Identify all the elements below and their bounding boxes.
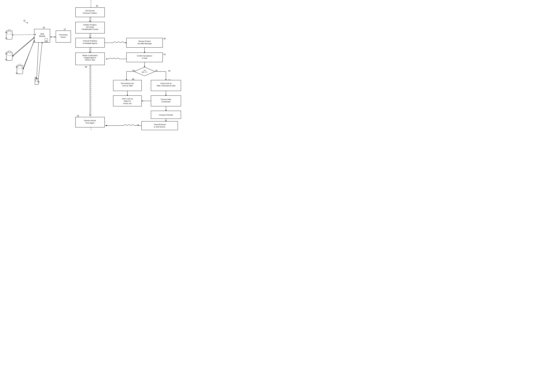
box-partition-text3: Parallelizable Chunks — [82, 28, 98, 30]
device-40 — [6, 31, 12, 39]
box-partition-text1: Partition Problem — [83, 24, 97, 26]
grid-service-num: 22 — [45, 40, 47, 42]
box-recv-result-text1: Receive Result — [84, 120, 96, 121]
box-store-text1: Store Look-up — [122, 98, 133, 100]
box-grid-receives-text2: Receives Problem — [83, 12, 97, 14]
label-30: 30 — [5, 37, 7, 39]
box-decomp-text1: Decompress into — [121, 82, 134, 84]
device-44-top — [19, 64, 21, 66]
arrow-gs-42 — [13, 38, 34, 56]
label-64: 64 — [168, 70, 170, 72]
arrow-gs-40 — [13, 35, 34, 35]
device-42 — [6, 52, 12, 61]
gs-pd-arrowhead-l — [50, 36, 51, 38]
arrow-54-60-zz — [113, 42, 126, 43]
ah-gs-40-l — [12, 34, 13, 35]
box-transmit-result-text2: to Grid Service — [154, 126, 165, 128]
box-obtain-text2: of Agent Able to — [84, 57, 96, 59]
arrow-46-gs — [38, 42, 42, 79]
grid-service-label2: Service — [39, 35, 45, 37]
label-10: 10 — [23, 20, 26, 22]
arrow-44-gs — [23, 41, 34, 69]
label-36: 36 — [38, 81, 40, 83]
label-74b: 74 — [137, 124, 139, 126]
label-42: 42 — [5, 53, 7, 55]
ah-50-52 — [89, 21, 91, 22]
device-40-top — [8, 29, 10, 31]
box-process-text1: Process Data — [161, 98, 171, 100]
diamond-text1: 1st — [143, 70, 146, 71]
box-grid-receives-text1: Grid Service — [85, 10, 95, 12]
label-32: 32 — [5, 59, 7, 61]
label-46: 46 — [35, 77, 36, 79]
arrow-tr-rr-zz — [121, 125, 135, 126]
arrow-42-gs — [12, 37, 34, 56]
device-44 — [17, 65, 23, 74]
label-12: 12 — [64, 28, 66, 30]
box-transmit-text2: to Available Agents — [83, 42, 97, 44]
box-confirm-text1: Confirm Acceptance — [137, 55, 152, 57]
label-60: 60 — [163, 38, 166, 40]
box-recv-text1: Receive Project — [138, 40, 150, 42]
label-20: 20 — [43, 27, 45, 29]
box-decomp-text2: Look-up Table — [122, 85, 133, 87]
box-process-text2: As Directed — [162, 101, 170, 103]
label-yes: Yes — [132, 70, 135, 71]
processing-device-label2: Device — [61, 36, 66, 38]
label-40: 40 — [5, 31, 7, 33]
device-42-top — [8, 51, 10, 52]
box-transmit-result-text1: Transmit Result — [154, 124, 166, 126]
label-50: 50 — [96, 5, 98, 7]
ah-72-68 — [142, 100, 143, 102]
ah-52-54 — [89, 37, 91, 38]
label-62: 62 — [163, 53, 166, 56]
ah-62-56 — [106, 58, 107, 60]
box-store-text2: Table For — [124, 100, 131, 102]
label-66: 66 — [132, 78, 134, 80]
label-56: 56 — [85, 66, 87, 68]
arrow-gs-46 — [37, 42, 39, 79]
box-store-text3: Future Use — [123, 103, 132, 104]
box-obtain-text1: Obtain Confirmation — [82, 55, 98, 56]
ah-56-76 — [89, 115, 91, 116]
label-34: 34 — [16, 72, 18, 74]
box-partition-text2: into Small — [86, 26, 94, 28]
label-76: 76 — [77, 115, 79, 117]
gs-pd-arrowhead-r — [55, 36, 56, 38]
box-compress-text: Compress Results — [159, 114, 173, 116]
label-44: 44 — [16, 66, 18, 68]
grid-service-label: Grid — [40, 33, 44, 35]
box-confirm-text2: of Task — [142, 57, 147, 59]
box-obtain-text3: Perform Task — [85, 59, 95, 61]
box-transmit-text1: Transmit Problems — [83, 40, 97, 42]
ah-62-64 — [144, 66, 145, 67]
diamond-text2: Bit = 1? — [142, 71, 147, 73]
label-no: No — [155, 70, 158, 71]
box-transmit-result — [142, 121, 178, 130]
diagram-container: 10 Grid Service 22 20 Processing Device … — [0, 0, 184, 131]
box-using-text1: Using Look-up — [160, 82, 172, 84]
box-recv-result-text2: From Agent — [85, 122, 94, 124]
box-using-text2: Table, Decompress Data — [156, 85, 176, 87]
processing-device-label: Processing — [59, 34, 67, 36]
main-svg: 10 Grid Service 22 20 Processing Device … — [0, 0, 184, 131]
arrow-62-56-zz — [106, 58, 120, 59]
box-recv-text2: Via SMS Message — [137, 42, 152, 44]
ah-54-60 — [126, 42, 127, 43]
